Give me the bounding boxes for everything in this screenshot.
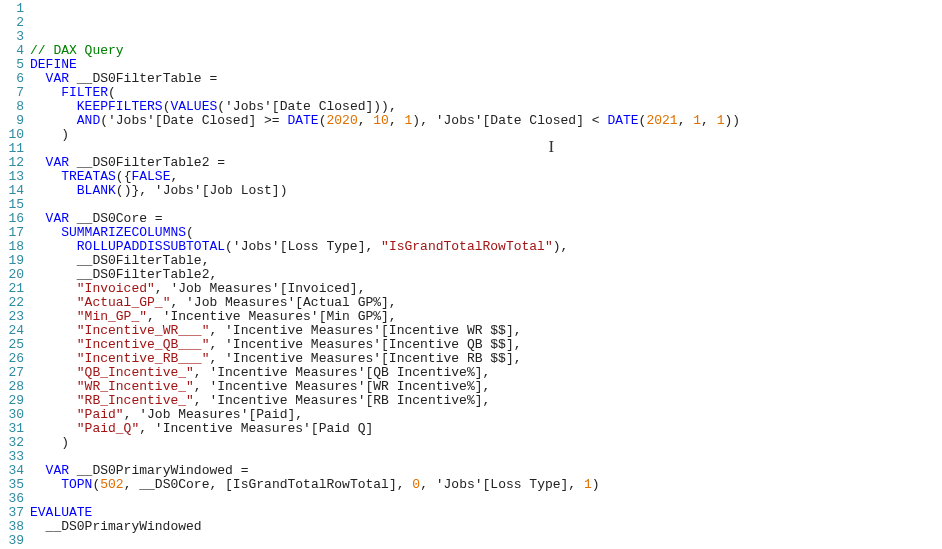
token-plain: )) [724, 113, 740, 128]
code-line[interactable]: VAR __DS0FilterTable2 = [30, 156, 942, 170]
line-number: 14 [0, 184, 24, 198]
token-plain: , [358, 113, 374, 128]
token-plain: __DS0Core = [69, 211, 163, 226]
token-plain [30, 309, 77, 324]
token-plain [30, 379, 77, 394]
token-plain: , [389, 113, 405, 128]
token-plain [30, 113, 77, 128]
code-line[interactable]: __DS0FilterTable, [30, 254, 942, 268]
code-line[interactable]: BLANK()}, 'Jobs'[Job Lost]) [30, 184, 942, 198]
code-line[interactable]: __DS0FilterTable2, [30, 268, 942, 282]
token-plain [30, 393, 77, 408]
line-number: 22 [0, 296, 24, 310]
token-kw: EVALUATE [30, 505, 92, 520]
token-str: "Min_GP_" [77, 309, 147, 324]
token-plain [30, 463, 46, 478]
code-line[interactable]: "Paid_Q", 'Incentive Measures'[Paid Q] [30, 422, 942, 436]
code-line[interactable]: "WR_Incentive_", 'Incentive Measures'[WR… [30, 380, 942, 394]
code-line[interactable]: "Actual_GP_", 'Job Measures'[Actual GP%]… [30, 296, 942, 310]
code-line[interactable]: AND('Jobs'[Date Closed] >= DATE(2020, 10… [30, 114, 942, 128]
token-kw: VAR [46, 463, 69, 478]
code-line[interactable]: __DS0PrimaryWindowed [30, 520, 942, 534]
token-plain [30, 323, 77, 338]
code-line[interactable] [30, 492, 942, 506]
token-kw: FALSE [131, 169, 170, 184]
token-num: 0 [412, 477, 420, 492]
token-func: KEEPFILTERS [77, 99, 163, 114]
code-line[interactable]: VAR __DS0FilterTable = [30, 72, 942, 86]
code-line[interactable]: VAR __DS0PrimaryWindowed = [30, 464, 942, 478]
token-str: "Invoiced" [77, 281, 155, 296]
code-line[interactable]: ) [30, 128, 942, 142]
code-line[interactable]: "Invoiced", 'Job Measures'[Invoiced], [30, 282, 942, 296]
code-line[interactable]: "Min_GP_", 'Incentive Measures'[Min GP%]… [30, 310, 942, 324]
code-line[interactable]: FILTER( [30, 86, 942, 100]
line-number: 35 [0, 478, 24, 492]
code-line[interactable] [30, 534, 942, 548]
token-str: "RB_Incentive_" [77, 393, 194, 408]
token-plain: ('Jobs'[Date Closed])), [217, 99, 396, 114]
token-plain [30, 281, 77, 296]
token-str: "Incentive_RB___" [77, 351, 210, 366]
token-func: TOPN [61, 477, 92, 492]
line-number: 39 [0, 534, 24, 548]
token-plain: ) [30, 435, 69, 450]
token-plain: ()}, 'Jobs'[Job Lost]) [116, 183, 288, 198]
token-num: 1 [584, 477, 592, 492]
token-plain: , [170, 169, 178, 184]
code-line[interactable]: TOPN(502, __DS0Core, [IsGrandTotalRowTot… [30, 478, 942, 492]
token-plain: , 'Jobs'[Loss Type], [420, 477, 584, 492]
token-str: "WR_Incentive_" [77, 379, 194, 394]
token-kw: VAR [46, 211, 69, 226]
code-line[interactable]: "RB_Incentive_", 'Incentive Measures'[RB… [30, 394, 942, 408]
token-plain: , 'Job Measures'[Actual GP%], [170, 295, 396, 310]
code-line[interactable]: TREATAS({FALSE, [30, 170, 942, 184]
token-plain: , 'Incentive Measures'[Paid Q] [139, 421, 373, 436]
code-line[interactable]: EVALUATE [30, 506, 942, 520]
token-plain [30, 239, 77, 254]
token-func: SUMMARIZECOLUMNS [61, 225, 186, 240]
token-plain [30, 183, 77, 198]
token-str: "Actual_GP_" [77, 295, 171, 310]
line-number: 21 [0, 282, 24, 296]
line-number: 34 [0, 464, 24, 478]
line-number: 15 [0, 198, 24, 212]
token-plain: ( [186, 225, 194, 240]
token-func: VALUES [170, 99, 217, 114]
code-line[interactable]: "Incentive_QB___", 'Incentive Measures'[… [30, 338, 942, 352]
token-str: "QB_Incentive_" [77, 365, 194, 380]
code-editor[interactable]: 1234567891011121314151617181920212223242… [0, 0, 942, 549]
token-str: "Incentive_WR___" [77, 323, 210, 338]
line-number: 4 [0, 44, 24, 58]
code-line[interactable]: ROLLUPADDISSUBTOTAL('Jobs'[Loss Type], "… [30, 240, 942, 254]
line-number: 36 [0, 492, 24, 506]
code-line[interactable]: "Paid", 'Job Measures'[Paid], [30, 408, 942, 422]
token-plain: __DS0FilterTable = [69, 71, 217, 86]
code-area[interactable]: I // DAX QueryDEFINE VAR __DS0FilterTabl… [30, 2, 942, 549]
code-line[interactable]: VAR __DS0Core = [30, 212, 942, 226]
code-line[interactable] [30, 450, 942, 464]
code-line[interactable] [30, 198, 942, 212]
token-comment: // DAX Query [30, 43, 124, 58]
code-line[interactable]: KEEPFILTERS(VALUES('Jobs'[Date Closed]))… [30, 100, 942, 114]
code-line[interactable]: "Incentive_RB___", 'Incentive Measures'[… [30, 352, 942, 366]
token-plain: , 'Job Measures'[Paid], [124, 407, 303, 422]
code-line[interactable]: ) [30, 436, 942, 450]
token-func: DATE [607, 113, 638, 128]
code-line[interactable] [30, 142, 942, 156]
code-line[interactable]: "QB_Incentive_", 'Incentive Measures'[QB… [30, 366, 942, 380]
token-plain [30, 365, 77, 380]
token-plain [30, 71, 46, 86]
token-plain [30, 421, 77, 436]
line-number: 2 [0, 16, 24, 30]
token-plain: , __DS0Core, [IsGrandTotalRowTotal], [124, 477, 413, 492]
line-number: 28 [0, 380, 24, 394]
token-plain [30, 211, 46, 226]
token-str: "Incentive_QB___" [77, 337, 210, 352]
code-line[interactable]: DEFINE [30, 58, 942, 72]
code-line[interactable]: SUMMARIZECOLUMNS( [30, 226, 942, 240]
token-num: 10 [373, 113, 389, 128]
token-plain: __DS0FilterTable, [30, 253, 209, 268]
code-line[interactable]: "Incentive_WR___", 'Incentive Measures'[… [30, 324, 942, 338]
code-line[interactable]: // DAX Query [30, 44, 942, 58]
